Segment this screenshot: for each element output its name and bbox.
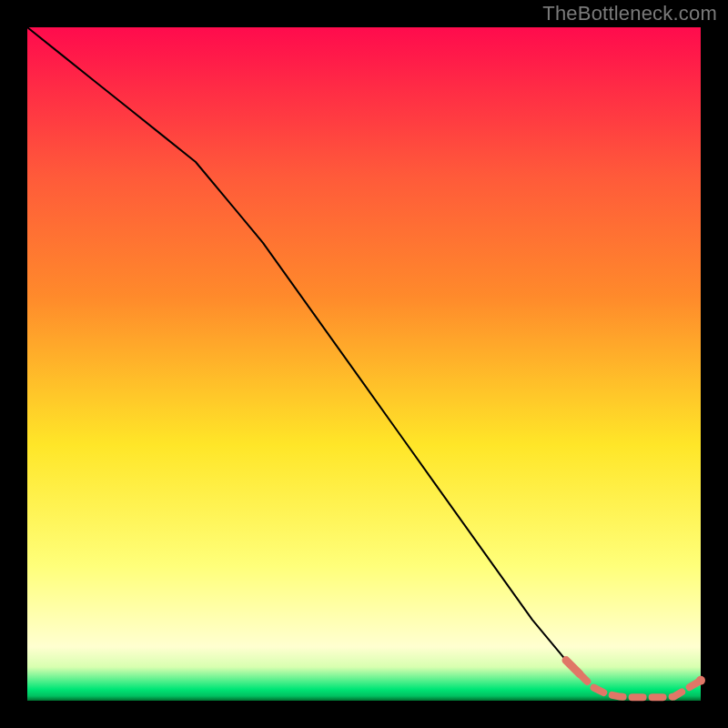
plot-area: [27, 27, 701, 701]
bottleneck-curve-dashed: [580, 673, 701, 697]
chart-frame: TheBottleneck.com: [0, 0, 728, 728]
watermark-text: TheBottleneck.com: [542, 2, 717, 25]
marker-head: [566, 661, 580, 674]
chart-svg: [27, 27, 701, 701]
bottleneck-curve-solid: [27, 27, 580, 673]
marker-tail-dot: [696, 676, 705, 685]
